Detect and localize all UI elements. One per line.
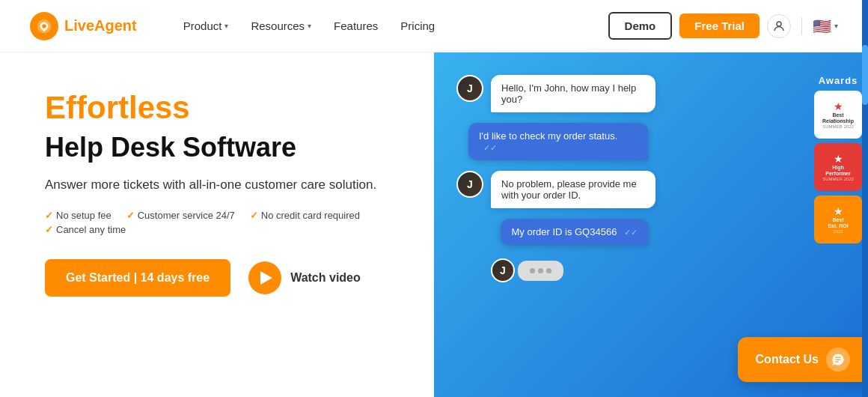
nav-item-features[interactable]: Features xyxy=(325,13,387,38)
nav-divider xyxy=(801,17,802,35)
watch-video-button[interactable]: Watch video xyxy=(248,261,361,294)
nav-item-resources[interactable]: Resources ▾ xyxy=(242,13,320,38)
contact-us-label: Contact Us xyxy=(756,353,819,366)
award-year: SUMMER 2022 xyxy=(822,177,854,181)
awards-panel: Awards ★ Best Relationship SUMMER 2022 ★… xyxy=(808,75,868,248)
hero-left: Effortless Help Desk Software Answer mor… xyxy=(0,52,434,397)
star-icon: ★ xyxy=(834,100,843,112)
chat-row: J Hello, I'm John, how may I help you? xyxy=(456,75,655,112)
hero-section: Effortless Help Desk Software Answer mor… xyxy=(0,52,868,397)
award-text: Relationship xyxy=(822,118,854,124)
nav-links: Product ▾ Resources ▾ Features Pricing xyxy=(174,13,608,38)
hero-description: Answer more tickets with all-in-one cust… xyxy=(45,175,404,195)
check-icon: ✓ xyxy=(45,224,53,235)
avatar: J xyxy=(491,258,515,282)
contact-us-button[interactable]: Contact Us xyxy=(738,337,868,382)
award-year: 2022 xyxy=(833,229,843,234)
chat-icon xyxy=(826,348,850,372)
award-badge: ★ Best Est. ROI 2022 xyxy=(814,196,862,243)
hero-actions: Get Started | 14 days free Watch video xyxy=(45,259,404,297)
chat-area: J Hello, I'm John, how may I help you? I… xyxy=(456,75,655,282)
chat-row: I'd like to check my order status. ✓✓ xyxy=(456,123,655,160)
star-icon: ★ xyxy=(834,153,843,165)
chat-bubble-received: No problem, please provide me with your … xyxy=(491,171,655,208)
chevron-down-icon: ▾ xyxy=(224,22,228,30)
free-trial-button[interactable]: Free Trial xyxy=(679,13,760,38)
award-text: Best xyxy=(832,112,843,118)
scrollbar[interactable] xyxy=(862,0,868,397)
demo-button[interactable]: Demo xyxy=(608,12,673,40)
hero-checks: ✓ No setup fee ✓ Customer service 24/7 ✓… xyxy=(45,210,404,235)
nav-item-pricing[interactable]: Pricing xyxy=(391,13,444,38)
check-icon: ✓ xyxy=(45,210,53,221)
check-icon: ✓ xyxy=(126,210,135,221)
svg-point-1 xyxy=(42,24,46,28)
award-text: Performer xyxy=(825,171,850,177)
nav-right: Demo Free Trial 🇺🇸 ▾ xyxy=(608,12,838,40)
chat-row: J No problem, please provide me with you… xyxy=(456,171,655,208)
avatar: J xyxy=(456,171,483,198)
chevron-down-icon: ▾ xyxy=(308,22,311,30)
check-icon: ✓ xyxy=(250,210,258,221)
chat-bubble-sent: I'd like to check my order status. ✓✓ xyxy=(468,123,648,160)
award-text: High xyxy=(832,165,844,171)
chat-bubble-received: Hello, I'm John, how may I help you? xyxy=(491,75,655,112)
award-text: Est. ROI xyxy=(828,223,848,229)
typing-indicator: J xyxy=(456,258,655,282)
read-receipt: ✓✓ xyxy=(624,228,638,237)
read-receipt: ✓✓ xyxy=(483,143,497,152)
navigation: LiveAgent Product ▾ Resources ▾ Features… xyxy=(0,0,868,52)
chevron-down-icon: ▾ xyxy=(834,22,838,30)
typing-dots xyxy=(518,261,563,281)
hero-right: J Hello, I'm John, how may I help you? I… xyxy=(434,52,868,397)
get-started-button[interactable]: Get Started | 14 days free xyxy=(45,259,230,297)
user-icon[interactable] xyxy=(767,14,791,38)
nav-item-product[interactable]: Product ▾ xyxy=(174,13,238,38)
avatar: J xyxy=(456,75,483,102)
award-year: SUMMER 2022 xyxy=(822,124,854,129)
award-text: Best xyxy=(832,217,843,223)
hero-title: Help Desk Software xyxy=(45,132,404,163)
star-icon: ★ xyxy=(834,205,843,217)
awards-title: Awards xyxy=(819,75,858,86)
language-selector[interactable]: 🇺🇸 ▾ xyxy=(813,17,838,35)
logo-text: LiveAgent xyxy=(64,17,137,34)
chat-row: My order ID is GQ34566 ✓✓ xyxy=(456,219,655,245)
play-icon xyxy=(248,261,281,294)
svg-point-2 xyxy=(777,22,781,26)
hero-tagline: Effortless xyxy=(45,90,404,126)
award-badge: ★ High Performer SUMMER 2022 xyxy=(814,143,862,191)
logo-icon xyxy=(30,12,58,40)
scroll-thumb[interactable] xyxy=(862,45,868,105)
award-badge: ★ Best Relationship SUMMER 2022 xyxy=(814,91,862,139)
chat-bubble-sent: My order ID is GQ34566 ✓✓ xyxy=(501,219,648,245)
logo[interactable]: LiveAgent xyxy=(30,12,137,40)
watch-video-label: Watch video xyxy=(290,271,361,285)
